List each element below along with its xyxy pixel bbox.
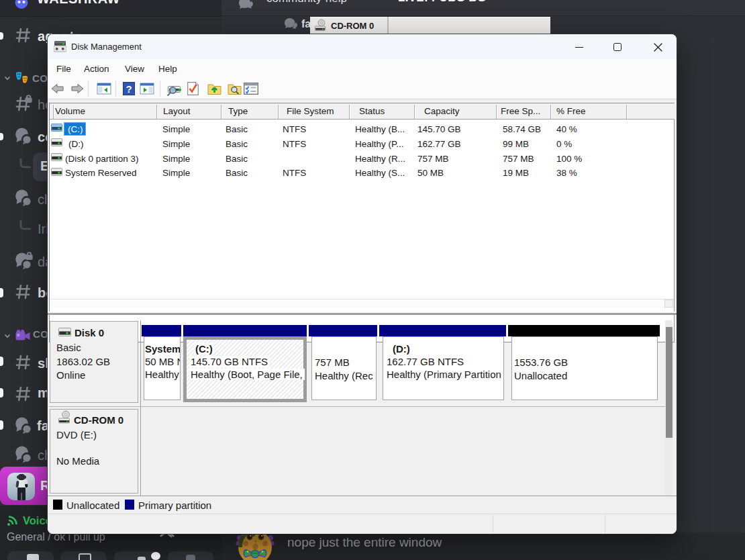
svg-text:?: ? [126, 83, 132, 95]
